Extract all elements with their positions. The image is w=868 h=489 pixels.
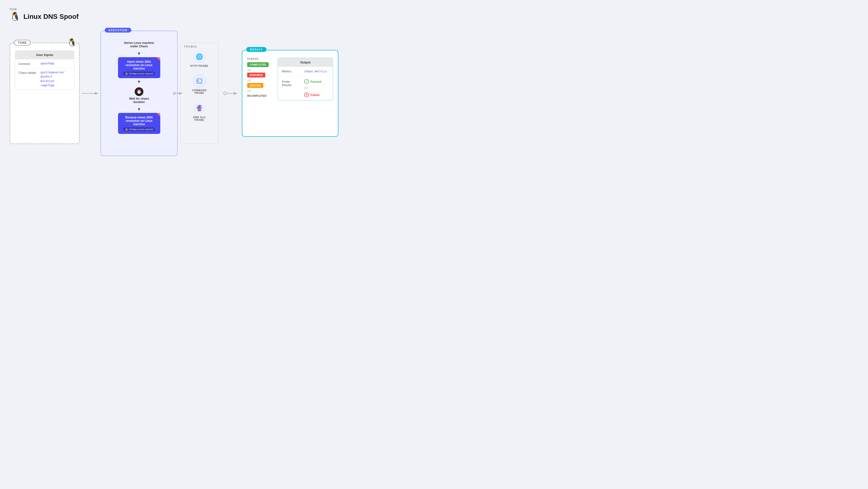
probe-http: 🌐 HTTP PROBE <box>190 50 208 67</box>
exec-remove-privilege: 🔒 Privilege access required <box>123 127 155 131</box>
cmd-probe-icon <box>193 74 206 88</box>
exec-step-remove: Remove mimic DNSresolution on Linuxmachi… <box>118 113 160 134</box>
probe-passed-badge: ✓ Passed <box>304 79 321 84</box>
user-inputs-table: User Inputs Common spoofmap Chaos detail… <box>15 51 74 90</box>
probe-command: COMMANDPROBE <box>192 74 207 94</box>
x-circle-icon: ✕ <box>304 92 309 97</box>
result-badge: RESULT <box>246 47 267 52</box>
tune-row-chaos-values: upstreamserver dnsPort duration rampTime <box>40 71 65 87</box>
http-probe-icon: 🌐 <box>193 50 206 63</box>
failed-label: Failed <box>310 93 319 97</box>
exec-step-wait: ⏰ Wait for chaosduration <box>129 87 149 104</box>
svg-point-7 <box>223 92 226 95</box>
http-probe-label: HTTP PROBE <box>190 65 208 67</box>
result-status-column: STATUS COMPLETED OR ERRORED OR QUEUED OR… <box>247 58 274 101</box>
tune-value-duration: duration <box>40 79 65 83</box>
page-title: Linux DNS Spoof <box>23 13 79 21</box>
exec-step-derive: Derive Linux machineunder Chaos <box>124 39 154 50</box>
tune-section: TUNE 🐧 User Inputs Common spoofmap Chaos… <box>10 43 80 144</box>
output-probe-results-values: ✓ Passed OR ✕ Failed <box>304 79 321 97</box>
status-or-2: OR <box>247 79 274 82</box>
result-output-card: Output Metrics chaos metrics ProbeResult… <box>278 58 333 101</box>
output-metrics-label: Metrics <box>282 70 301 73</box>
status-incompleted: INCOMPLETED <box>247 94 267 97</box>
arrow-exec-probes <box>173 91 183 96</box>
arrow-probes-result <box>221 91 240 96</box>
tune-value-spoofmap: spoofmap <box>40 62 54 65</box>
svg-marker-4 <box>179 92 183 95</box>
probes-section: PROBES 🌐 HTTP PROBE <box>180 43 219 144</box>
status-completed: COMPLETED <box>247 62 269 67</box>
page-title-container: 🐧 Linux DNS Spoof <box>10 12 424 21</box>
exec-remove-corner <box>156 113 160 117</box>
exec-inject-corner <box>156 57 160 61</box>
output-header: Output <box>278 58 333 67</box>
output-metrics-row: Metrics chaos metrics <box>278 67 333 76</box>
result-status-label: STATUS <box>247 58 274 60</box>
tune-linux-icon: 🐧 <box>67 38 77 47</box>
tune-value-dnsport: dnsPort <box>40 75 65 78</box>
tune-badge: TUNE <box>14 40 31 45</box>
tune-row-chaos-label: Chaos details <box>19 71 40 74</box>
wait-label: Wait for chaosduration <box>129 97 149 104</box>
exec-arrow-derive-inject: ▼ <box>137 52 141 56</box>
cmd-probe-label: COMMANDPROBE <box>192 89 207 94</box>
execution-section: EXECUTION Derive Linux machineunder Chao… <box>100 31 178 156</box>
status-queued: QUEUED <box>247 83 264 88</box>
result-content: STATUS COMPLETED OR ERRORED OR QUEUED OR… <box>247 58 333 101</box>
check-circle-icon: ✓ <box>304 79 309 84</box>
probe-or-label: OR <box>304 87 321 90</box>
exec-step-inject: Inject mimic DNSresolution on Linuxmachi… <box>118 57 160 78</box>
passed-label: Passed <box>310 80 321 84</box>
svg-marker-9 <box>234 92 238 95</box>
output-metrics-value: chaos metrics <box>304 70 327 73</box>
arrow-tune-exec <box>80 91 100 96</box>
probes-label: PROBES <box>184 45 197 48</box>
probe-srm: 🔮 SRM SLOPROBE <box>193 102 206 121</box>
svg-marker-1 <box>95 92 98 95</box>
user-inputs-header: User Inputs <box>15 51 74 59</box>
clock-icon: ⏰ <box>135 87 144 96</box>
srm-probe-label: SRM SLOPROBE <box>193 116 206 121</box>
probe-failed-badge: ✕ Failed <box>304 92 321 97</box>
srm-probe-icon: 🔮 <box>193 102 206 115</box>
output-probe-results-row: ProbeResults ✓ Passed OR ✕ Failed <box>278 76 333 100</box>
result-section: RESULT STATUS COMPLETED OR ERRORED OR QU… <box>242 50 338 137</box>
exec-arrow-wait-remove: ▼ <box>137 107 141 111</box>
exec-flow: Derive Linux machineunder Chaos ▼ Inject… <box>106 39 172 134</box>
tune-value-ramptime: rampTime <box>40 84 65 87</box>
main-diagram: TUNE 🐧 User Inputs Common spoofmap Chaos… <box>10 31 424 156</box>
exec-inject-privilege: 🔒 Privilege access required <box>123 72 155 75</box>
tune-row-chaos: Chaos details upstreamserver dnsPort dur… <box>15 68 74 90</box>
linux-icon: 🐧 <box>10 12 21 21</box>
tune-row-common-label: Common <box>19 62 40 66</box>
status-or-3: OR <box>247 90 274 92</box>
execution-badge: EXECUTION <box>105 28 131 33</box>
tune-value-upstreamserver: upstreamserver <box>40 71 65 74</box>
status-or-1: OR <box>247 69 274 72</box>
tune-row-common-values: spoofmap <box>40 62 54 65</box>
status-errored: ERRORED <box>247 73 265 77</box>
output-probe-results-label: ProbeResults <box>282 79 301 87</box>
tune-row-common: Common spoofmap <box>15 59 74 68</box>
fault-label: Fault <box>10 7 424 11</box>
exec-arrow-inject-wait: ▼ <box>137 79 141 84</box>
